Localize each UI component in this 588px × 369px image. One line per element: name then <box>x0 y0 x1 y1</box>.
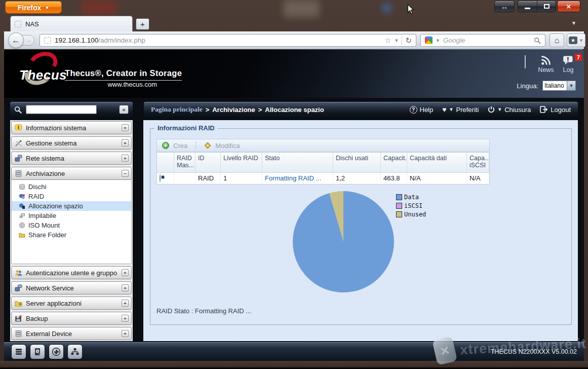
search-icon[interactable] <box>534 37 541 44</box>
language-select[interactable]: Italiano ▼ <box>542 81 576 91</box>
divider <box>525 55 526 68</box>
window-maximize-button[interactable] <box>537 1 556 12</box>
fan-icon <box>52 347 61 356</box>
sidebar-section-archiviazione[interactable]: Archiviazione − <box>11 167 132 180</box>
cell-data-capacity: N/A <box>407 173 467 184</box>
modify-gear-icon <box>204 142 211 149</box>
sidebar-item-iso-mount[interactable]: ISO Mount <box>12 220 131 230</box>
section-label: Rete sistema <box>26 155 64 162</box>
create-button[interactable]: Crea <box>173 142 187 150</box>
disk-status-button[interactable] <box>30 344 45 359</box>
sidebar-section-network-service[interactable]: Network Service + <box>11 281 132 294</box>
chevron-down-icon[interactable]: ▼ <box>436 38 440 43</box>
language-value: Italiano <box>543 81 567 90</box>
chevron-down-icon: ▼ <box>45 5 49 10</box>
sidebar-section-rete-sistema[interactable]: Rete sistema + <box>11 152 132 165</box>
sidebar-section-external-device[interactable]: External Device + <box>11 327 132 340</box>
bookmarks-star-icon: ★ <box>569 36 577 44</box>
sidebar-section-server-applicazioni[interactable]: Server applicazioni + <box>11 297 132 310</box>
shutdown-link[interactable]: ▼ Chiusura <box>488 106 531 114</box>
window-minimize-button[interactable] <box>518 1 537 12</box>
firefox-menu-button[interactable]: Firefox ▼ <box>5 1 62 14</box>
iso-disc-icon <box>19 222 25 229</box>
chevron-down-icon[interactable]: ▼ <box>395 38 399 43</box>
divider <box>195 141 196 150</box>
breadcrumb-home-link[interactable]: Pagina principale <box>151 105 203 114</box>
breadcrumb-separator: > <box>206 106 210 114</box>
section-label: Gestione sistema <box>26 139 76 147</box>
cell-capacity: 463.8 ... <box>381 173 407 184</box>
breadcrumb-band: Pagina principale > Archiviazione > Allo… <box>144 102 578 117</box>
sidebar: Informazioni sistema + Gestione sistema … <box>10 120 133 341</box>
window-close-button[interactable]: × <box>557 1 580 12</box>
bookmark-star-icon[interactable]: ☆ <box>384 36 391 45</box>
home-button[interactable]: ⌂ <box>550 33 564 47</box>
space-allocation-icon <box>19 203 25 209</box>
expand-toggle[interactable]: + <box>122 139 129 146</box>
expand-toggle[interactable]: + <box>122 330 129 337</box>
language-label: Lingua: <box>517 82 538 90</box>
breadcrumb-level2: Allocazione spazio <box>265 106 324 114</box>
column-header: RAID Mas... <box>174 153 195 173</box>
info-bubble-icon <box>15 124 22 132</box>
sidebar-item-raid[interactable]: RAID <box>12 192 131 201</box>
sidebar-item-share-folder[interactable]: Share Folder <box>12 230 131 240</box>
resize-arrows-icon: ↔ <box>501 3 508 11</box>
table-row[interactable]: RAID 1 Formatting RAID ... 1,2 463.8 ...… <box>157 173 489 184</box>
expand-toggle[interactable]: + <box>122 155 129 162</box>
window-restore-button[interactable]: ↔ <box>494 1 515 12</box>
power-icon <box>488 106 495 113</box>
column-header: Livello RAID <box>221 153 262 173</box>
collapse-toggle[interactable]: − <box>122 170 129 177</box>
url-bar[interactable]: 192.168.1.100/adm/index.php ☆ ▼ ↻ <box>40 34 416 47</box>
sidebar-section-informazioni-sistema[interactable]: Informazioni sistema + <box>11 121 132 134</box>
search-bar[interactable]: ▼ Google <box>420 34 545 47</box>
nas-admin-page: Thecus Thecus®, Creator in Storage www.t… <box>4 49 584 361</box>
modify-button[interactable]: Modifica <box>215 142 240 150</box>
site-header: Thecus Thecus®, Creator in Storage www.t… <box>4 49 584 98</box>
fan-status-button[interactable] <box>49 344 64 359</box>
bookmarks-button[interactable]: ★ ▼ <box>567 33 585 47</box>
sidebar-section-gestione-sistema[interactable]: Gestione sistema + <box>11 136 132 150</box>
section-label: Network Service <box>26 284 74 292</box>
favorites-link[interactable]: ♥▼ Preferiti <box>442 105 479 114</box>
network-status-button[interactable] <box>67 344 83 359</box>
raid-toolbar: + Crea Modifica <box>156 139 490 152</box>
legend-item: iSCSI <box>396 202 426 209</box>
sidebar-item-dischi[interactable]: Dischi <box>12 182 131 192</box>
reload-icon[interactable]: ↻ <box>405 36 412 45</box>
help-link[interactable]: ? Help <box>410 106 434 114</box>
logout-link[interactable]: Logout <box>540 106 571 114</box>
shutdown-label: Chiusura <box>504 106 531 114</box>
list-all-tabs-icon[interactable]: ▼ <box>571 20 576 26</box>
expand-toggle[interactable]: + <box>122 315 129 322</box>
site-identity-icon[interactable] <box>44 37 51 44</box>
google-logo-icon[interactable] <box>425 36 433 44</box>
log-button[interactable]: 7 Log <box>557 55 579 73</box>
sidebar-section-backup[interactable]: Backup + <box>11 312 132 325</box>
sidebar-item-impilabile[interactable]: Impilabile <box>12 211 131 220</box>
tab-nas[interactable]: NAS <box>10 16 133 31</box>
news-button[interactable]: News <box>535 55 557 73</box>
divider <box>402 36 402 45</box>
expand-toggle[interactable]: + <box>122 269 129 276</box>
back-button[interactable]: ← <box>8 32 24 48</box>
favicon-placeholder-icon <box>15 21 21 27</box>
expand-toggle[interactable]: + <box>122 124 129 131</box>
section-label: Backup <box>26 315 48 322</box>
sidebar-collapse-button[interactable]: « <box>119 105 129 114</box>
row-radio-button[interactable] <box>160 174 161 182</box>
mouse-cursor <box>407 4 414 15</box>
legend-swatch <box>396 194 402 200</box>
sidebar-section-autenticazione[interactable]: Autenticazione utente e gruppo + <box>11 266 132 279</box>
stackable-icon <box>19 212 25 219</box>
sidebar-item-allocazione-spazio[interactable]: Allocazione spazio <box>12 201 131 211</box>
expand-toggle[interactable]: + <box>122 300 129 307</box>
favorites-label: Preferiti <box>456 106 479 114</box>
folder-icon <box>19 232 25 238</box>
expand-toggle[interactable]: + <box>122 284 129 291</box>
close-icon: × <box>567 2 571 11</box>
new-tab-button[interactable]: + <box>136 18 149 30</box>
system-status-button[interactable] <box>11 344 26 359</box>
sidebar-search-input[interactable] <box>26 105 97 114</box>
